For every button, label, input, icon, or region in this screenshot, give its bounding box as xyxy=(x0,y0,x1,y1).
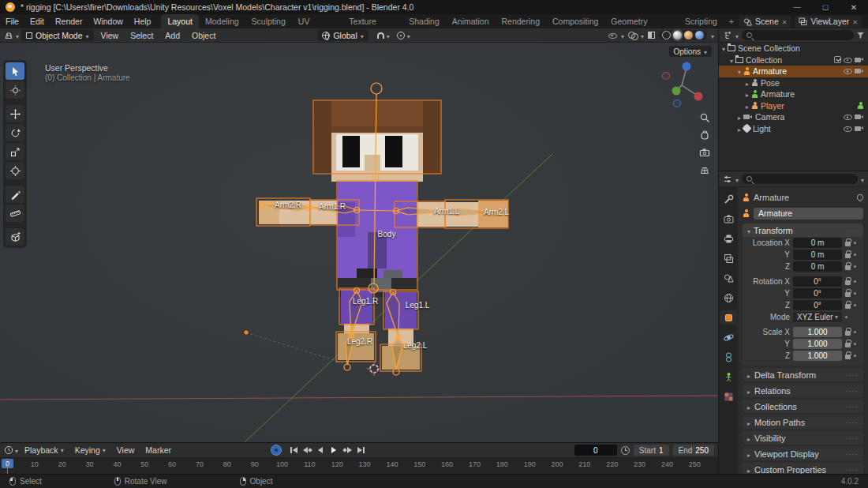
menu-render[interactable]: Render xyxy=(50,14,88,28)
snapping-dropdown-icon[interactable] xyxy=(387,31,390,40)
menu-playback[interactable]: Playback xyxy=(20,442,69,458)
outliner-row-player[interactable]: Player xyxy=(719,100,868,112)
menu-keying[interactable]: Keying xyxy=(70,442,110,458)
editor-type-dropdown-icon[interactable] xyxy=(735,31,739,40)
rotation-z-field[interactable]: 0° xyxy=(793,300,842,310)
start-frame-field[interactable]: Start1 xyxy=(634,445,669,456)
disclosure-icon[interactable] xyxy=(722,43,725,53)
editor-type-dropdown-icon[interactable] xyxy=(16,31,19,40)
hide-eye-icon[interactable] xyxy=(844,67,852,76)
animate-decorator-icon[interactable] xyxy=(854,242,856,244)
editor-type-properties-icon[interactable] xyxy=(723,175,732,184)
add-workspace-button[interactable]: + xyxy=(724,14,739,28)
lock-icon[interactable] xyxy=(845,304,851,309)
measure-tool[interactable] xyxy=(6,205,24,222)
panel-visibility[interactable]: Visibility xyxy=(743,431,863,445)
tab-view-layer[interactable] xyxy=(720,251,737,265)
scale-x-field[interactable]: 1.000 xyxy=(793,327,842,337)
hide-eye-icon[interactable] xyxy=(844,124,852,133)
menu-add[interactable]: Add xyxy=(160,28,185,43)
proportional-dropdown-icon[interactable] xyxy=(407,31,410,40)
hide-eye-icon[interactable] xyxy=(844,55,852,64)
close-button[interactable] xyxy=(840,0,868,14)
animate-decorator-icon[interactable] xyxy=(854,304,856,306)
move-tool[interactable] xyxy=(6,105,24,122)
lock-icon[interactable] xyxy=(845,355,851,359)
outliner-search-input[interactable] xyxy=(742,30,854,40)
rotate-tool[interactable] xyxy=(6,124,24,141)
tab-layout[interactable]: Layout xyxy=(161,14,199,28)
disclosure-icon[interactable] xyxy=(746,78,749,88)
annotate-tool[interactable] xyxy=(6,186,24,203)
editor-type-outliner-icon[interactable] xyxy=(723,31,732,40)
tab-sculpting[interactable]: Sculpting xyxy=(245,14,292,28)
tab-physics[interactable] xyxy=(720,330,737,344)
shading-wireframe-icon[interactable] xyxy=(662,31,671,39)
tab-tool[interactable] xyxy=(720,192,737,206)
animate-decorator-icon[interactable] xyxy=(845,316,847,318)
tab-geometry-nodes[interactable]: Geometry Nodes xyxy=(604,14,679,28)
transform-orientation-selector[interactable]: Global xyxy=(317,29,368,41)
tab-output[interactable] xyxy=(720,231,737,246)
shading-solid-icon[interactable] xyxy=(673,31,682,39)
menu-select[interactable]: Select xyxy=(125,28,158,43)
tab-object-data[interactable] xyxy=(720,370,737,384)
outliner-row-collection[interactable]: Collection xyxy=(719,54,868,66)
outliner-row-pose[interactable]: Pose xyxy=(719,77,868,89)
rotation-x-field[interactable]: 0° xyxy=(793,276,842,287)
end-frame-field[interactable]: End250 xyxy=(673,445,714,456)
animate-decorator-icon[interactable] xyxy=(854,292,856,295)
minimize-button[interactable] xyxy=(783,0,811,14)
menu-file[interactable]: File xyxy=(0,14,24,28)
transform-panel-header[interactable]: Transform xyxy=(743,223,863,237)
panel-custom-properties[interactable]: Custom Properties xyxy=(743,463,863,474)
panel-viewport-display[interactable]: Viewport Display xyxy=(743,447,863,460)
previous-keyframe-button[interactable] xyxy=(301,445,313,456)
timeline-ruler[interactable]: 0 01020304050607080901001101201301401501… xyxy=(0,458,718,474)
animate-decorator-icon[interactable] xyxy=(854,331,856,333)
menu-window[interactable]: Window xyxy=(88,14,128,28)
current-frame-field[interactable]: 0 xyxy=(574,445,617,456)
auto-key-record-button[interactable] xyxy=(271,445,282,456)
tab-scripting[interactable]: Scripting xyxy=(679,14,724,28)
tab-scene[interactable] xyxy=(720,271,737,285)
panel-motion-paths[interactable]: Motion Paths xyxy=(743,415,863,429)
overlays-icon[interactable] xyxy=(628,32,637,39)
disclosure-icon[interactable] xyxy=(738,66,741,76)
pin-icon[interactable] xyxy=(855,193,864,201)
tab-rendering[interactable]: Rendering xyxy=(496,14,546,28)
visibility-dropdown-icon[interactable] xyxy=(621,31,624,40)
disclosure-icon[interactable] xyxy=(746,89,749,99)
toggle-perspective-button[interactable] xyxy=(698,163,712,177)
jump-to-end-button[interactable] xyxy=(354,445,367,456)
outliner-row-scene-collection[interactable]: Scene Collection xyxy=(719,43,868,54)
render-visibility-icon[interactable] xyxy=(855,114,864,121)
animate-decorator-icon[interactable] xyxy=(854,355,856,357)
menu-object[interactable]: Object xyxy=(187,28,220,43)
tab-modeling[interactable]: Modeling xyxy=(199,14,245,28)
collection-checkbox[interactable] xyxy=(834,56,841,63)
viewport-3d[interactable]: User Perspective (0) Collection | Armatu… xyxy=(0,43,718,442)
panel-grip-icon[interactable] xyxy=(846,227,859,235)
pan-button[interactable] xyxy=(698,128,712,142)
menu-marker[interactable]: Marker xyxy=(140,443,176,458)
transform-tool[interactable] xyxy=(6,162,24,179)
lock-icon[interactable] xyxy=(845,253,851,258)
blender-logo-icon[interactable] xyxy=(6,2,15,12)
disclosure-icon[interactable] xyxy=(730,55,733,65)
menu-help[interactable]: Help xyxy=(129,14,157,28)
play-button[interactable] xyxy=(327,445,340,456)
shading-rendered-icon[interactable] xyxy=(695,31,704,39)
outliner-row-armature-data[interactable]: Armature xyxy=(719,88,868,100)
properties-search-input[interactable] xyxy=(742,174,858,184)
snapping-magnet-icon[interactable] xyxy=(377,32,384,39)
next-keyframe-button[interactable] xyxy=(341,445,354,456)
panel-relations[interactable]: Relations xyxy=(743,384,863,397)
lock-icon[interactable] xyxy=(845,292,851,297)
scale-z-field[interactable]: 1.000 xyxy=(793,351,842,361)
menu-view[interactable]: View xyxy=(96,28,124,43)
viewlayer-selector[interactable]: ViewLayer xyxy=(795,16,862,28)
menu-view-timeline[interactable]: View xyxy=(112,443,140,458)
unlink-viewlayer-icon[interactable] xyxy=(852,17,858,26)
select-box-tool[interactable] xyxy=(6,62,24,80)
